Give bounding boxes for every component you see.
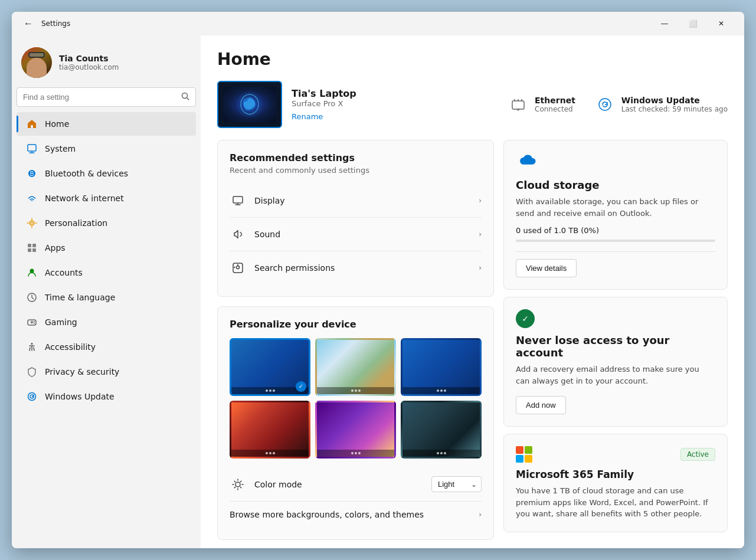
sidebar-item-time[interactable]: Time & language <box>17 286 196 309</box>
rename-link[interactable]: Rename <box>292 112 323 121</box>
apps-icon <box>26 242 38 254</box>
svg-point-36 <box>234 267 235 268</box>
svg-point-18 <box>34 321 35 322</box>
sidebar-item-apps[interactable]: Apps <box>17 236 196 260</box>
user-name: Tia Counts <box>59 54 191 63</box>
user-profile[interactable]: Tia Counts tia@outlook.com <box>12 40 201 87</box>
device-thumb-inner <box>223 87 276 122</box>
account-title: Never lose access to your account <box>516 334 715 359</box>
sidebar-item-label-gaming: Gaming <box>45 317 77 327</box>
main-content: Home <box>201 35 744 548</box>
cloud-icon <box>516 152 715 173</box>
sidebar-item-update[interactable]: Windows Update <box>17 385 196 408</box>
title-bar-left: ← Settings <box>21 16 70 31</box>
ms365-card: Active Microsoft 365 Family You have 1 T… <box>503 434 728 532</box>
close-button[interactable]: ✕ <box>708 14 735 33</box>
security-shield-icon: ✓ <box>516 309 535 328</box>
sidebar-item-privacy[interactable]: Privacy & security <box>17 360 196 384</box>
sidebar-item-label-accounts: Accounts <box>45 268 83 277</box>
system-icon <box>26 143 38 155</box>
sidebar-item-label-privacy: Privacy & security <box>45 367 119 376</box>
content-area: Tia Counts tia@outlook.com <box>12 35 744 548</box>
theme-2[interactable] <box>315 338 396 396</box>
ms365-header: Active <box>516 446 715 463</box>
minimize-button[interactable]: — <box>651 14 678 33</box>
accessibility-icon <box>26 341 38 353</box>
add-now-button[interactable]: Add now <box>516 396 566 414</box>
user-email: tia@outlook.com <box>59 63 191 71</box>
maximize-button[interactable]: ⬜ <box>679 14 706 33</box>
svg-rect-9 <box>28 244 31 247</box>
sidebar-item-label-time: Time & language <box>45 293 115 302</box>
update-label: Windows Update <box>621 96 728 105</box>
color-mode-select-wrapper[interactable]: Light Dark Custom <box>431 476 482 492</box>
back-button[interactable]: ← <box>21 16 35 31</box>
theme-6[interactable] <box>401 401 482 459</box>
sidebar-item-label-home: Home <box>45 119 69 129</box>
network-icon <box>26 192 38 204</box>
sidebar-item-network[interactable]: Network & internet <box>17 186 196 210</box>
ms365-title: Microsoft 365 Family <box>516 469 715 480</box>
theme-5[interactable] <box>315 401 396 459</box>
theme-grid: ✓ <box>230 338 482 459</box>
theme-1[interactable]: ✓ <box>230 338 310 396</box>
personalize-icon <box>26 217 38 229</box>
avatar <box>21 47 52 78</box>
sidebar-item-bluetooth[interactable]: B Bluetooth & devices <box>17 162 196 185</box>
sidebar-item-label-accessibility: Accessibility <box>45 342 96 352</box>
theme-4[interactable] <box>230 401 310 459</box>
left-column: Recommended settings Recent and commonly… <box>217 140 494 548</box>
sidebar-item-label-system: System <box>45 144 76 153</box>
gaming-icon <box>26 316 38 328</box>
device-status-items: Ethernet Connected <box>508 94 728 115</box>
search-input[interactable] <box>23 93 176 101</box>
sound-chevron: › <box>479 230 482 238</box>
svg-point-20 <box>31 343 33 345</box>
device-strip: Tia's Laptop Surface Pro X Rename <box>217 81 728 128</box>
sidebar-item-accounts[interactable]: Accounts <box>17 261 196 284</box>
ms365-logo-yellow <box>525 455 532 463</box>
sound-label: Sound <box>254 230 479 239</box>
active-badge: Active <box>680 448 715 461</box>
status-item-windows-update: Windows Update Last checked: 59 minutes … <box>594 94 728 115</box>
svg-point-34 <box>237 266 240 269</box>
search-perms-row[interactable]: Search permissions › <box>230 251 482 284</box>
svg-rect-10 <box>32 244 36 247</box>
browse-chevron: › <box>479 510 482 519</box>
svg-rect-8 <box>30 221 34 225</box>
svg-rect-30 <box>233 197 243 203</box>
view-details-button[interactable]: View details <box>516 259 577 277</box>
ethernet-info: Ethernet Connected <box>535 96 575 113</box>
sidebar-item-label-apps: Apps <box>45 243 66 253</box>
recommended-title: Recommended settings <box>230 152 482 163</box>
sound-icon <box>230 226 246 243</box>
svg-rect-2 <box>28 145 36 151</box>
right-column: Cloud storage With available storage, yo… <box>503 140 728 548</box>
display-label: Display <box>254 196 479 205</box>
window-controls: — ⬜ ✕ <box>651 14 735 33</box>
search-icon <box>181 91 189 103</box>
search-perms-label: Search permissions <box>254 263 479 273</box>
sidebar-item-home[interactable]: Home <box>17 112 196 136</box>
cloud-storage-card: Cloud storage With available storage, yo… <box>503 140 728 290</box>
ms365-logo-green <box>525 446 532 454</box>
svg-rect-23 <box>512 101 524 109</box>
account-desc: Add a recovery email address to make sur… <box>516 363 715 387</box>
display-setting-row[interactable]: Display › <box>230 184 482 218</box>
sound-setting-row[interactable]: Sound › <box>230 218 482 251</box>
search-box[interactable] <box>17 87 196 107</box>
theme-1-check: ✓ <box>296 381 306 392</box>
title-bar: ← Settings — ⬜ ✕ <box>12 12 744 35</box>
browse-themes-row[interactable]: Browse more backgrounds, colors, and the… <box>230 502 482 528</box>
sidebar-item-personalization[interactable]: Personalization <box>17 211 196 235</box>
personalize-card: Personalize your device ✓ <box>217 306 494 540</box>
sidebar-item-system[interactable]: System <box>17 137 196 161</box>
sidebar-item-gaming[interactable]: Gaming <box>17 310 196 334</box>
theme-3[interactable] <box>401 338 482 396</box>
sidebar-item-accessibility[interactable]: Accessibility <box>17 335 196 359</box>
device-info: Tia's Laptop Surface Pro X Rename <box>292 88 498 122</box>
update-nav-icon <box>26 391 38 402</box>
storage-bar <box>516 240 715 242</box>
browse-label: Browse more backgrounds, colors, and the… <box>230 510 479 519</box>
color-mode-select[interactable]: Light Dark Custom <box>431 476 482 492</box>
